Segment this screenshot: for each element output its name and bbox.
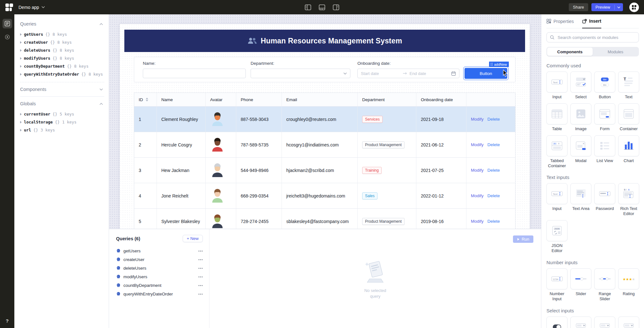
query-list-item-createUser[interactable]: createUser: [116, 255, 203, 264]
component-tile-dropdown[interactable]: [570, 317, 591, 328]
table-row[interactable]: 4Jone Reichelt668-299-0354jreichelt3@hug…: [134, 183, 515, 208]
column-header-Email[interactable]: Email: [282, 93, 358, 106]
name-filter-input[interactable]: [143, 69, 246, 78]
table-row[interactable]: 1Clement Roughley887-558-3043croughley0@…: [134, 106, 515, 132]
segment-modules[interactable]: Modules: [593, 48, 638, 56]
component-tile-container[interactable]: Container: [618, 103, 639, 131]
component-tile-toggle[interactable]: [546, 317, 567, 328]
widget-name-tag[interactable]: addNew: [489, 62, 509, 67]
modify-link[interactable]: Modify: [471, 168, 484, 173]
component-tile-dropdown[interactable]: [618, 317, 639, 328]
global-node-localStorage[interactable]: localStorage{} 1 keys: [20, 118, 104, 126]
column-header-Avatar[interactable]: Avatar: [206, 93, 236, 106]
component-tile-input[interactable]: TextInput: [546, 183, 567, 216]
query-node-createUser[interactable]: createUser{} 8 keys: [20, 38, 104, 46]
component-tile-json-editor[interactable]: JSONJSON Editor: [546, 220, 567, 253]
segment-components[interactable]: Components: [547, 48, 593, 56]
column-header-actions[interactable]: [466, 93, 515, 106]
component-tile-list-view[interactable]: List View: [594, 135, 615, 168]
component-tile-range-slider[interactable]: Range Slider: [594, 268, 615, 302]
component-tile-form[interactable]: Form: [594, 103, 615, 131]
queries-section-header[interactable]: Queries: [20, 21, 104, 27]
query-menu-icon[interactable]: [198, 259, 203, 260]
state-tree-button[interactable]: [3, 19, 12, 28]
delete-link[interactable]: Delete: [487, 142, 500, 147]
component-tile-tabbed-container[interactable]: ABTabbed Container: [546, 135, 567, 168]
component-tile-rating[interactable]: ★★★★Rating: [618, 268, 639, 302]
add-new-button[interactable]: Button: [465, 68, 507, 79]
component-search[interactable]: [546, 32, 639, 42]
department-filter-select[interactable]: [251, 69, 350, 78]
query-menu-icon[interactable]: [198, 294, 203, 295]
component-tile-text-area[interactable]: Text Area: [570, 183, 591, 216]
table-row[interactable]: 2Hercule Cosgry787-589-5735hcosgry1@indi…: [134, 132, 515, 157]
hrm-header-banner[interactable]: Human Resources Management System: [124, 30, 525, 52]
query-node-deleteUsers[interactable]: deleteUsers{} 8 keys: [20, 46, 104, 54]
component-tile-number-input[interactable]: 1234Number Input: [546, 268, 567, 302]
component-tile-rich-text-editor[interactable]: BIARich Text Editor: [618, 183, 639, 216]
delete-link[interactable]: Delete: [487, 168, 500, 173]
toggle-left-panel-icon[interactable]: [304, 4, 311, 11]
focus-button[interactable]: [3, 32, 12, 42]
query-list-item-getUsers[interactable]: getUsers: [116, 247, 203, 255]
column-header-Name[interactable]: Name: [157, 93, 206, 106]
query-menu-icon[interactable]: [198, 250, 203, 252]
query-menu-icon[interactable]: [198, 268, 203, 269]
column-header-Phone[interactable]: Phone: [236, 93, 282, 106]
global-node-url[interactable]: url{} 3 keys: [20, 126, 104, 134]
components-section-header[interactable]: Components: [20, 86, 104, 93]
component-tile-text[interactable]: TText: [618, 71, 639, 100]
global-node-currentUser[interactable]: currentUser{} 5 keys: [20, 110, 104, 118]
column-header-Department[interactable]: Department: [358, 93, 416, 106]
query-node-countByDepartment[interactable]: countByDepartment{} 8 keys: [20, 62, 104, 70]
query-menu-icon[interactable]: [198, 285, 203, 286]
component-search-input[interactable]: [557, 35, 635, 40]
preview-dropdown-button[interactable]: [614, 5, 623, 10]
modify-link[interactable]: Modify: [471, 193, 484, 198]
app-name-menu[interactable]: Demo app: [18, 5, 45, 10]
query-list-item-modifyUsers[interactable]: modifyUsers: [116, 272, 203, 281]
onboarding-date-range[interactable]: Start date End date: [357, 69, 459, 78]
component-tile-table[interactable]: Table: [546, 103, 567, 131]
query-node-getUsers[interactable]: getUsers{} 8 keys: [20, 30, 104, 38]
new-query-button[interactable]: + New: [183, 235, 203, 242]
component-tile-dropdown[interactable]: [594, 317, 615, 328]
delete-link[interactable]: Delete: [487, 219, 500, 224]
share-button[interactable]: Share: [569, 3, 588, 11]
sort-icon[interactable]: [146, 98, 148, 101]
component-tile-image[interactable]: Image: [570, 103, 591, 131]
account-avatar[interactable]: [629, 3, 639, 12]
end-date-placeholder[interactable]: End date: [410, 71, 449, 76]
calendar-icon[interactable]: [451, 71, 456, 76]
retool-logo-icon[interactable]: [5, 3, 13, 11]
query-list-item-queryWithEntryDateOrder[interactable]: queryWithEntryDateOrder: [116, 290, 203, 298]
query-list-item-countByDepartment[interactable]: countByDepartment: [116, 281, 203, 290]
component-tile-select[interactable]: Select: [570, 71, 591, 100]
toggle-right-panel-icon[interactable]: [333, 4, 340, 11]
component-tile-slider[interactable]: Slider: [570, 268, 591, 302]
query-list-item-deleteUsers[interactable]: deleteUsers: [116, 264, 203, 272]
editor-canvas[interactable]: Human Resources Management System Name: …: [109, 14, 541, 229]
modify-link[interactable]: Modify: [471, 142, 484, 147]
toggle-bottom-panel-icon[interactable]: [318, 4, 326, 11]
component-tile-modal[interactable]: Modal: [570, 135, 591, 168]
component-tile-input[interactable]: TextInput: [546, 71, 567, 100]
query-node-modifyUsers[interactable]: modifyUsers{} 8 keys: [20, 54, 104, 62]
modify-link[interactable]: Modify: [471, 219, 484, 224]
delete-link[interactable]: Delete: [487, 117, 500, 122]
column-header-ID[interactable]: ID: [134, 93, 157, 106]
query-node-queryWithEntryDateOrder[interactable]: queryWithEntryDateOrder{} 8 keys: [20, 70, 104, 78]
delete-link[interactable]: Delete: [487, 193, 500, 198]
preview-button[interactable]: Preview: [591, 3, 614, 11]
modify-link[interactable]: Modify: [471, 117, 484, 122]
tab-insert[interactable]: Insert: [582, 14, 601, 28]
component-tile-button[interactable]: BtnBtnButton: [594, 71, 615, 100]
run-query-button[interactable]: Run: [513, 235, 533, 243]
help-button[interactable]: ?: [6, 318, 9, 324]
column-header-Onboarding date[interactable]: Onboarding date: [416, 93, 466, 106]
globals-section-header[interactable]: Globals: [20, 101, 104, 107]
table-row[interactable]: 3Hew Jackman544-949-8946hjackman2@scribd…: [134, 157, 515, 183]
table-row[interactable]: 5Sylvester Blakesley728-274-2455sblakesl…: [134, 208, 515, 229]
query-menu-icon[interactable]: [198, 276, 203, 278]
component-tile-chart[interactable]: Chart: [618, 135, 639, 168]
